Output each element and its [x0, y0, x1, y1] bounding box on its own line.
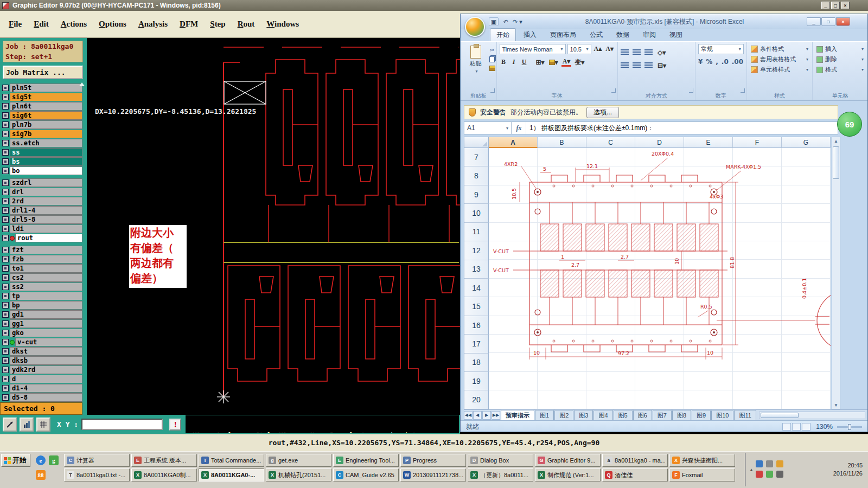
layer-row[interactable]: to1 [1, 264, 82, 273]
row-header[interactable]: 13 [464, 260, 489, 279]
layer-checkbox[interactable] [2, 207, 9, 214]
paste-button[interactable]: 粘贴 ▾ [463, 44, 488, 74]
xy-coordinate-input[interactable] [81, 419, 163, 430]
style-button[interactable]: 套用表格格式▾ [750, 54, 809, 65]
align-top-icon[interactable] [621, 49, 629, 56]
sheet-tab[interactable]: 图10 [711, 410, 733, 421]
layer-row[interactable]: rout [1, 234, 82, 242]
taskbar-button[interactable]: Dialog Box [468, 454, 533, 467]
taskbar-button[interactable]: Engineering Tool... [333, 454, 399, 467]
layer-row[interactable]: bs [1, 157, 82, 166]
quick-launch-desktop-icon[interactable]: 88 [36, 470, 46, 480]
layer-checkbox[interactable] [2, 367, 9, 373]
layer-name[interactable]: sig5t [10, 93, 82, 101]
number-format-combo[interactable]: 常规▾ [698, 44, 744, 54]
ge-menu-item[interactable]: Actions [61, 20, 87, 29]
taskbar-button[interactable]: 8A0011KGA0-... [199, 468, 264, 481]
row-header[interactable]: 20 [464, 390, 489, 409]
align-middle-icon[interactable] [633, 49, 641, 56]
align-bottom-icon[interactable] [644, 49, 653, 56]
quick-launch-browser-icon[interactable]: e [36, 455, 46, 465]
grid-tool-button[interactable] [36, 418, 50, 432]
layer-name[interactable]: fzt [10, 246, 82, 254]
style-button[interactable]: 条件格式▾ [750, 44, 809, 54]
layer-name[interactable]: 2rd [10, 197, 82, 206]
layer-name[interactable]: sig7b [10, 130, 82, 138]
alert-button[interactable]: ! [169, 419, 181, 431]
scroll-down-icon[interactable]: ▼ [834, 401, 838, 409]
layer-checkbox[interactable] [2, 247, 9, 253]
taskbar-button[interactable]: 机械钻孔(20151... [266, 468, 331, 481]
font-dialog-launcher[interactable] [611, 88, 616, 93]
taskbar-button[interactable]: Progress [400, 454, 466, 467]
row-header[interactable]: 19 [464, 372, 489, 390]
layer-row[interactable]: sig5t [1, 93, 82, 101]
ge-menu-item[interactable]: Windows [266, 20, 299, 29]
cut-icon[interactable]: ✂ [488, 46, 496, 54]
row-header[interactable]: 11 [464, 223, 489, 241]
layer-name[interactable]: bp [10, 301, 82, 310]
cells-button[interactable]: 删除▾ [815, 54, 865, 65]
font-size-combo[interactable]: 10.5▾ [567, 44, 591, 54]
layer-checkbox[interactable] [2, 131, 9, 137]
layer-row[interactable]: fzb [1, 255, 82, 264]
sheet-tab[interactable]: 图1 [535, 410, 554, 421]
row-header[interactable]: 17 [464, 335, 489, 353]
align-left-icon[interactable] [621, 62, 629, 69]
layer-checkbox[interactable] [2, 121, 9, 128]
layer-name[interactable]: v-cut [15, 338, 82, 346]
number-format-button[interactable]: % [706, 58, 712, 66]
taskbar-button[interactable]: get.exe [266, 454, 331, 467]
vertical-scrollbar[interactable]: ▲ ▼ [832, 137, 840, 409]
layer-row[interactable]: bo [1, 166, 82, 175]
cells-button[interactable]: 插入▾ [815, 44, 865, 54]
taskbar-button[interactable]: 计算器 [64, 454, 130, 467]
worksheet-grid[interactable]: 4XR2 5 12.1 20XΦ0.4 MARK-4XΦ1.5 4xΦ3 10.… [489, 148, 831, 409]
layer-checkbox[interactable] [2, 235, 9, 241]
layer-checkbox[interactable] [2, 256, 9, 262]
scroll-up-icon[interactable]: ▲ [834, 137, 838, 145]
layer-checkbox[interactable] [2, 394, 9, 401]
number-format-button[interactable]: ¥ [698, 58, 703, 66]
sheet-tab[interactable]: 图4 [593, 410, 612, 421]
ribbon-tab[interactable]: 开始 [490, 28, 516, 41]
layer-row[interactable]: d5-8 [1, 393, 82, 402]
layer-row[interactable]: ss.etch [1, 139, 82, 147]
layer-row[interactable]: tp [1, 292, 82, 300]
layer-name[interactable]: d [10, 375, 82, 383]
fill-color-button[interactable]: ▾ [548, 58, 559, 67]
layer-row[interactable]: pln5t [1, 84, 82, 92]
layer-checkbox[interactable] [2, 339, 9, 345]
column-header[interactable]: B [538, 137, 586, 148]
taskbar-button[interactable]: Foxmail [669, 468, 735, 481]
ge-maximize-button[interactable]: □ [831, 2, 840, 9]
zoom-slider[interactable] [837, 426, 862, 428]
row-header[interactable]: 14 [464, 279, 489, 297]
sheet-tab[interactable]: 图9 [692, 410, 711, 421]
ribbon-tab[interactable]: 页面布局 [544, 29, 582, 41]
layer-row[interactable]: sig6t [1, 111, 82, 120]
save-icon[interactable]: ▣ [489, 17, 499, 26]
taskbar-button[interactable]: 8a0011kga0.txt -... [64, 468, 130, 481]
insert-function-button[interactable]: fx [512, 122, 526, 134]
input-method-icon[interactable] [776, 471, 783, 478]
start-button[interactable]: 开始 [1, 454, 30, 467]
clipboard-dialog-launcher[interactable] [490, 88, 495, 93]
orientation-button[interactable]: ◇▾ [656, 48, 667, 57]
layer-name[interactable]: sig6t [10, 111, 82, 120]
layer-name[interactable]: dkst [10, 347, 82, 356]
layer-checkbox[interactable] [2, 85, 9, 91]
taskbar-button[interactable]: 工程系统 版本... [131, 454, 197, 467]
layer-row[interactable]: bp [1, 301, 82, 310]
layer-name[interactable]: fzb [10, 255, 82, 264]
copy-icon[interactable] [488, 55, 496, 63]
align-right-icon[interactable] [644, 62, 653, 69]
number-dialog-launcher[interactable] [741, 88, 745, 93]
shrink-font-button[interactable]: A▾ [604, 45, 615, 54]
antivirus-icon[interactable] [766, 471, 773, 478]
line-tool-button[interactable] [3, 418, 17, 432]
layer-checkbox[interactable] [2, 179, 9, 186]
sheet-tab[interactable]: 图3 [574, 410, 593, 421]
ge-menu-item[interactable]: Step [210, 20, 225, 29]
quick-launch-app-icon[interactable]: g [49, 455, 59, 465]
